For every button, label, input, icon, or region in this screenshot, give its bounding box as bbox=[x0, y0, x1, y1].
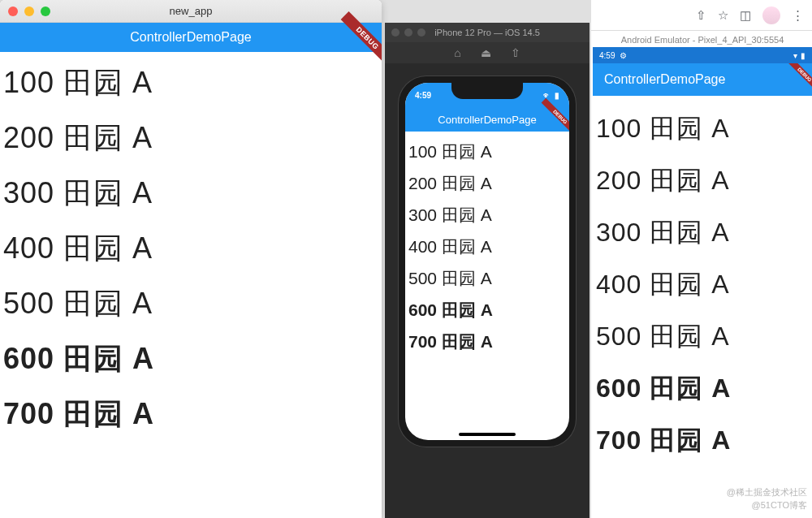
app-bar: ControllerDemoPage DEBUG bbox=[593, 63, 812, 96]
notch bbox=[451, 83, 523, 99]
list-item: 200 田园 A bbox=[596, 167, 809, 193]
watermark: @稀土掘金技术社区 bbox=[727, 486, 807, 499]
list-item: 600 田园 A bbox=[3, 344, 378, 373]
list-item: 400 田园 A bbox=[408, 238, 566, 255]
list-item: 700 田园 A bbox=[3, 399, 378, 429]
status-bar: 4:59 ⚙ ▾▮ bbox=[593, 47, 812, 63]
list-item: 400 田园 A bbox=[596, 271, 809, 297]
list-item: 600 田园 A bbox=[596, 375, 809, 401]
list-item: 400 田园 A bbox=[3, 234, 378, 263]
traffic-lights bbox=[391, 28, 425, 37]
list-item: 200 田园 A bbox=[3, 123, 378, 153]
settings-icon: ⚙ bbox=[620, 51, 627, 60]
list-item: 200 田园 A bbox=[408, 175, 566, 192]
list-item: 100 田园 A bbox=[408, 143, 566, 160]
list-item: 300 田园 A bbox=[596, 219, 809, 245]
home-indicator[interactable] bbox=[459, 433, 516, 436]
wifi-icon: ▾ bbox=[793, 51, 797, 60]
status-time: 4:59 bbox=[415, 91, 431, 100]
app-bar: ControllerDemoPage DEBUG bbox=[0, 23, 382, 52]
minimize-button[interactable] bbox=[404, 28, 412, 37]
font-weight-list[interactable]: 100 田园 A 200 田园 A 300 田园 A 400 田园 A 500 … bbox=[0, 52, 382, 471]
mac-titlebar: new_app bbox=[0, 0, 382, 23]
app-bar-title: ControllerDemoPage bbox=[438, 114, 536, 126]
app-bar-title: ControllerDemoPage bbox=[130, 30, 251, 45]
iphone-screen[interactable]: 4:59 ᯤ▮ ControllerDemoPage DEBUG 100 田园 … bbox=[405, 83, 569, 440]
emulator-title: Android Emulator - Pixel_4_API_30:5554 bbox=[593, 32, 812, 47]
watermark: @51CTO博客 bbox=[752, 499, 807, 512]
menu-icon[interactable]: ⋮ bbox=[792, 8, 804, 23]
home-icon[interactable]: ⌂ bbox=[454, 46, 460, 59]
list-item: 500 田园 A bbox=[3, 289, 378, 318]
mac-desktop-window: new_app ControllerDemoPage DEBUG 100 田园 … bbox=[0, 0, 382, 518]
list-item: 600 田园 A bbox=[408, 301, 566, 318]
ios-simulator-window: iPhone 12 Pro — iOS 14.5 ⌂ ⏏ ⇧ 4:59 ᯤ▮ C… bbox=[385, 23, 590, 518]
share-icon[interactable]: ⇧ bbox=[696, 8, 706, 23]
ios-toolbar: ⌂ ⏏ ⇧ bbox=[385, 42, 590, 63]
list-item: 100 田园 A bbox=[3, 68, 378, 97]
debug-banner: DEBUG bbox=[786, 63, 812, 93]
app-bar-title: ControllerDemoPage bbox=[604, 72, 725, 87]
maximize-button[interactable] bbox=[417, 28, 425, 37]
list-item: 500 田园 A bbox=[596, 323, 809, 349]
chrome-toolbar: ⇧ ☆ ◫ ⋮ bbox=[591, 0, 812, 31]
list-item: 500 田园 A bbox=[408, 270, 566, 287]
battery-icon: ▮ bbox=[801, 51, 806, 60]
status-icons: ▾▮ bbox=[793, 51, 806, 60]
font-weight-list[interactable]: 100 田园 A 200 田园 A 300 田园 A 400 田园 A 500 … bbox=[593, 96, 812, 499]
battery-icon: ▮ bbox=[555, 91, 559, 100]
list-item: 300 田园 A bbox=[3, 179, 378, 208]
app-bar: ControllerDemoPage DEBUG bbox=[405, 107, 569, 132]
list-item: 700 田园 A bbox=[596, 427, 809, 453]
list-item: 700 田园 A bbox=[408, 333, 566, 350]
font-weight-list[interactable]: 100 田园 A 200 田园 A 300 田园 A 400 田园 A 500 … bbox=[405, 132, 569, 376]
avatar[interactable] bbox=[762, 6, 780, 24]
screenshot-icon[interactable]: ⏏ bbox=[481, 46, 491, 59]
iphone-frame: 4:59 ᯤ▮ ControllerDemoPage DEBUG 100 田园 … bbox=[399, 76, 576, 447]
window-title: new_app bbox=[0, 5, 382, 17]
close-button[interactable] bbox=[391, 28, 400, 37]
android-emulator-window: Android Emulator - Pixel_4_API_30:5554 4… bbox=[593, 32, 812, 518]
ios-titlebar: iPhone 12 Pro — iOS 14.5 bbox=[385, 23, 590, 42]
list-item: 300 田园 A bbox=[408, 206, 566, 223]
sim-title: iPhone 12 Pro — iOS 14.5 bbox=[434, 28, 540, 37]
list-item: 100 田园 A bbox=[596, 115, 809, 141]
share-icon[interactable]: ⇧ bbox=[511, 46, 520, 59]
star-icon[interactable]: ☆ bbox=[718, 8, 728, 23]
status-time: 4:59 bbox=[599, 51, 615, 60]
extension-icon[interactable]: ◫ bbox=[740, 8, 751, 23]
